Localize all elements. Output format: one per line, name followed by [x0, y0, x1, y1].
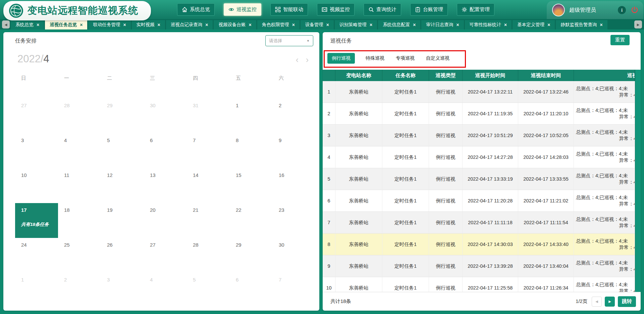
table-row[interactable]: 4 东善桥站 定时任务1 例行巡视 2022-04-17 14:27:28 20…	[323, 146, 635, 168]
calendar-day-cell[interactable]: 18	[58, 203, 101, 238]
tab-close-icon[interactable]: ×	[123, 22, 126, 27]
tab-close-icon[interactable]: ×	[370, 22, 372, 27]
calendar-day-cell[interactable]: 3	[101, 273, 144, 308]
workspace-tab[interactable]: 设备管理 ×	[301, 20, 334, 29]
calendar-day-cell[interactable]: 21	[187, 203, 230, 238]
calendar-day-cell[interactable]: 15	[230, 168, 273, 203]
calendar-day-cell[interactable]: 14	[187, 168, 230, 203]
workspace-tab[interactable]: 实时视频 ×	[132, 20, 165, 29]
calendar-day-cell[interactable]: 12	[101, 168, 144, 203]
calendar-day-cell[interactable]: 29	[230, 238, 273, 273]
tab-close-icon[interactable]: ×	[292, 22, 295, 27]
calendar-day-cell[interactable]: 22	[230, 203, 273, 238]
calendar-day-cell[interactable]: 11	[58, 168, 101, 203]
calendar-day-cell[interactable]: 2	[58, 273, 101, 308]
calendar-day-cell[interactable]: 1	[15, 273, 58, 308]
nav-inspection-monitor[interactable]: 巡视监控	[224, 3, 261, 16]
workspace-tab[interactable]: 角色权限管理 ×	[257, 20, 300, 29]
inspection-type-tab[interactable]: 专项巡视	[395, 53, 415, 64]
calendar-prev-icon[interactable]: ‹	[296, 56, 299, 64]
tab-close-icon[interactable]: ×	[600, 22, 602, 27]
calendar-day-cell[interactable]: 6	[144, 133, 187, 168]
calendar-day-cell[interactable]: 30	[144, 99, 187, 133]
workspace-tab[interactable]: 巡视点记录查询 ×	[166, 20, 213, 29]
calendar-day-cell[interactable]: 8	[230, 133, 273, 168]
nav-query-statistics[interactable]: 查询统计	[364, 3, 401, 16]
tab-close-icon[interactable]: ×	[456, 22, 459, 27]
table-row[interactable]: 5 东善桥站 定时任务1 例行巡视 2022-04-17 13:33:19 20…	[323, 168, 635, 190]
workspace-tab[interactable]: 基本定义管理 ×	[513, 20, 555, 29]
nav-system-overview[interactable]: 系统总览	[177, 3, 215, 16]
tab-close-icon[interactable]: ×	[158, 22, 160, 27]
prev-page-icon[interactable]: ◀	[592, 297, 602, 307]
table-row[interactable]: 6 东善桥站 定时任务1 例行巡视 2022-04-17 11:20:28 20…	[323, 190, 635, 212]
workspace-tab[interactable]: 识别策略管理 ×	[335, 20, 377, 29]
tab-close-icon[interactable]: ×	[205, 22, 208, 27]
tab-close-icon[interactable]: ×	[80, 22, 83, 27]
table-row[interactable]: 7 东善桥站 定时任务1 例行巡视 2022-04-17 11:11:18 20…	[323, 212, 635, 234]
calendar-day-cell[interactable]: 5	[101, 133, 144, 168]
calendar-day-cell[interactable]: 27	[15, 99, 58, 133]
nav-smart-linkage[interactable]: 智能联动	[270, 3, 308, 16]
calendar-day-cell[interactable]: 30	[273, 238, 316, 273]
workspace-tab[interactable]: 审计日志查询 ×	[421, 20, 464, 29]
next-page-icon[interactable]: ▶	[605, 297, 615, 307]
calendar-day-cell[interactable]: 1	[230, 99, 273, 133]
nav-video-monitor[interactable]: 视频监控	[317, 3, 355, 16]
calendar-day-cell[interactable]: 31	[187, 99, 230, 133]
calendar-day-cell[interactable]: 17 共有18条任务	[15, 203, 58, 238]
calendar-day-cell[interactable]: 26	[101, 238, 144, 273]
tab-close-icon[interactable]: ×	[504, 22, 507, 27]
calendar-day-cell[interactable]: 25	[58, 238, 101, 273]
workspace-tab[interactable]: 静默监视告警查询 ×	[556, 20, 607, 29]
table-row[interactable]: 3 东善桥站 定时任务1 例行巡视 2022-04-17 10:51:29 20…	[323, 125, 635, 146]
inspection-type-tab[interactable]: 例行巡视	[327, 53, 355, 64]
calendar-day-cell[interactable]: 2	[273, 99, 316, 133]
calendar-day-cell[interactable]: 20	[144, 203, 187, 238]
workspace-tab[interactable]: 可靠性指标统计 ×	[465, 20, 512, 29]
calendar-day-cell[interactable]: 23	[273, 203, 316, 238]
calendar-day-cell[interactable]: 27	[144, 238, 187, 273]
table-scrollbar[interactable]	[635, 70, 641, 292]
inspection-type-tab[interactable]: 特殊巡视	[365, 53, 385, 64]
calendar-day-cell[interactable]: 7	[273, 273, 316, 308]
calendar-day-cell[interactable]: 5	[187, 273, 230, 308]
calendar-day-cell[interactable]: 6	[230, 273, 273, 308]
calendar-day-cell[interactable]: 16	[273, 168, 316, 203]
tab-scroll-left-icon[interactable]: ◀	[2, 20, 10, 28]
nav-config-management[interactable]: 配置管理	[457, 3, 494, 16]
table-row[interactable]: 9 东善桥站 定时任务1 例行巡视 2022-04-17 13:39:28 20…	[323, 255, 635, 277]
calendar-day-cell[interactable]: 28	[58, 99, 101, 133]
nav-ledger-management[interactable]: 台账管理	[410, 3, 448, 16]
power-icon[interactable]	[631, 6, 639, 14]
calendar-day-cell[interactable]: 29	[101, 99, 144, 133]
workspace-tab[interactable]: 巡视任务总览 ×	[45, 20, 87, 29]
calendar-day-cell[interactable]: 10	[15, 168, 58, 203]
table-row[interactable]: 8 东善桥站 定时任务1 例行巡视 2022-04-17 14:30:03 20…	[323, 234, 635, 255]
task-filter-select[interactable]: 请选择 ▼	[265, 35, 313, 46]
calendar-day-cell[interactable]: 4	[144, 273, 187, 308]
calendar-day-cell[interactable]: 24	[15, 238, 58, 273]
jump-button[interactable]: 跳转	[618, 296, 636, 307]
calendar-day-cell[interactable]: 3	[15, 133, 58, 168]
tab-close-icon[interactable]: ×	[249, 22, 251, 27]
user-avatar[interactable]	[552, 4, 565, 16]
calendar-day-cell[interactable]: 7	[187, 133, 230, 168]
workspace-tab[interactable]: 系统信息配置 ×	[378, 20, 420, 29]
calendar-day-cell[interactable]: 28	[187, 238, 230, 273]
tab-close-icon[interactable]: ×	[413, 22, 416, 27]
workspace-tab[interactable]: 联动任务管理 ×	[88, 20, 130, 29]
table-row[interactable]: 2 东善桥站 定时任务1 例行巡视 2022-04-17 11:19:35 20…	[323, 103, 635, 125]
table-row[interactable]: 1 东善桥站 定时任务1 例行巡视 2022-04-17 13:22:11 20…	[323, 81, 635, 103]
tab-scroll-right-icon[interactable]: ▶	[634, 20, 642, 28]
tab-close-icon[interactable]: ×	[37, 22, 39, 27]
calendar-day-cell[interactable]: 9	[273, 133, 316, 168]
calendar-day-cell[interactable]: 13	[144, 168, 187, 203]
calendar-day-cell[interactable]: 4	[58, 133, 101, 168]
calendar-next-icon[interactable]: ›	[306, 56, 309, 64]
table-row[interactable]: 10 东善桥站 定时任务1 例行巡视 2022-04-17 11:25:58 2…	[323, 277, 635, 292]
workspace-tab[interactable]: 视频设备台账 ×	[214, 20, 256, 29]
calendar-day-cell[interactable]: 19	[101, 203, 144, 238]
info-icon[interactable]: i	[618, 6, 626, 14]
workspace-tab[interactable]: 系统总览 ×	[11, 20, 44, 29]
